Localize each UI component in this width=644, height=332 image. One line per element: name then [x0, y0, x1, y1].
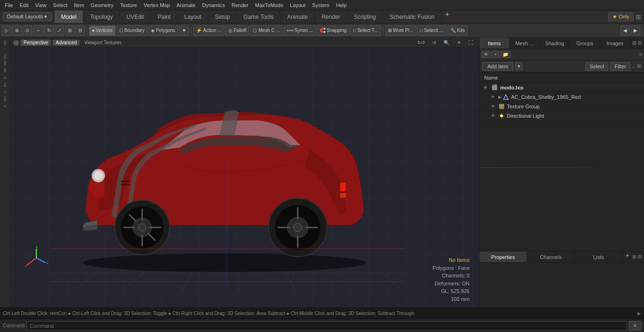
kits-btn[interactable]: 🔧 Kits — [447, 25, 468, 36]
menu-texture[interactable]: Texture — [117, 1, 140, 9]
eye-icon-texture[interactable]: 👁 — [489, 103, 496, 110]
tool-transform-btn[interactable]: ⊞ — [65, 25, 74, 36]
sidebar-de[interactable]: De: — [1, 39, 9, 45]
rb-tab-properties[interactable]: Properties — [479, 251, 527, 262]
items-eye-btn[interactable]: 👁 — [481, 51, 491, 58]
layout-tab-layout[interactable]: Layout — [178, 10, 208, 23]
left-arrow-btn[interactable]: ◀ — [620, 25, 630, 36]
menu-system[interactable]: System — [309, 1, 332, 9]
items-add-btn[interactable]: + — [492, 51, 499, 58]
layout-tab-schematic[interactable]: Schematic Fusion — [383, 10, 441, 23]
status-expand-btn[interactable]: ▶ — [637, 311, 641, 316]
scene-item-light[interactable]: 👁 Directional Light — [479, 111, 644, 121]
tool-mirror-btn[interactable]: ⊟ — [75, 25, 85, 36]
default-layouts-dropdown[interactable]: Default Layouts ▾ — [3, 12, 52, 21]
polygons-btn[interactable]: ◈ Polygons — [148, 25, 178, 36]
layout-tab-render[interactable]: Render — [315, 10, 347, 23]
viewport-mode-dot[interactable] — [13, 40, 19, 46]
menu-file[interactable]: File — [2, 1, 16, 9]
tool-rotate-btn[interactable]: ↻ — [44, 25, 54, 36]
tab-groups[interactable]: Groups — [570, 38, 600, 49]
vp-ctrl-light[interactable]: ☀ — [454, 40, 464, 46]
tab-images[interactable]: Images — [600, 38, 630, 49]
tool-move-btn[interactable]: ↔ — [33, 25, 43, 36]
right-arrow-btn[interactable]: ▶ — [631, 25, 640, 36]
viewport-canvas[interactable]: X Y Z No Items Polygons : Face Channels:… — [10, 48, 479, 308]
command-input[interactable] — [26, 321, 627, 331]
menu-view[interactable]: View — [33, 1, 50, 9]
expand-triangle-cobra[interactable]: ▶ — [498, 95, 502, 99]
menu-render[interactable]: Render — [229, 1, 251, 9]
boundary-btn[interactable]: ⬡ Boundary — [116, 25, 148, 36]
tool-select-btn[interactable]: ▷ — [2, 25, 11, 36]
scene-item-texture[interactable]: 👁 Texture Group — [479, 102, 644, 111]
rb-tab-lists[interactable]: Lists — [575, 251, 623, 262]
mesh-btn[interactable]: ⬡ Mesh C ... — [250, 25, 282, 36]
items-folder-btn[interactable]: 📁 — [500, 51, 511, 58]
selecti-btn[interactable]: □ Selecti ... — [417, 25, 446, 36]
menu-item[interactable]: Item — [71, 1, 87, 9]
layout-tab-animate[interactable]: Animate — [281, 10, 315, 23]
sidebar-mesh[interactable]: Me: — [1, 60, 9, 66]
tab-items[interactable]: Items — [479, 38, 510, 49]
rb-gear-icon[interactable]: ⚙ — [637, 254, 642, 260]
viewport-textures-btn[interactable]: Viewport Textures — [82, 40, 124, 46]
snapping-btn[interactable]: 🧲 Snapping — [317, 25, 349, 36]
expand-icon[interactable]: ⊞ — [632, 40, 636, 46]
layout-tab-paint[interactable]: Paint — [151, 10, 178, 23]
advanced-btn[interactable]: Advanced — [53, 40, 79, 46]
menu-animate[interactable]: Animate — [173, 1, 198, 9]
vp-ctrl-fullscreen[interactable]: ⛶ — [466, 40, 476, 46]
layout-tab-topology[interactable]: Topology — [83, 10, 120, 23]
vp-ctrl-reset[interactable]: ↺ — [429, 40, 439, 46]
layout-tab-setup[interactable]: Setup — [208, 10, 237, 23]
rb-plus-btn[interactable]: + — [623, 251, 632, 262]
sidebar-c[interactable]: C: — [1, 88, 9, 95]
layout-tab-model[interactable]: Model — [55, 10, 84, 23]
vertices-btn[interactable]: ● Vertices — [89, 25, 116, 36]
scene-item-root[interactable]: 👁 modo.lxo — [479, 83, 644, 92]
tool-center-btn[interactable]: ⊙ — [23, 25, 32, 36]
sidebar-i[interactable]: I — [1, 46, 9, 52]
menu-geometry[interactable]: Geometry — [88, 1, 116, 9]
menu-help[interactable]: Help — [333, 1, 350, 9]
eye-icon-root[interactable]: 👁 — [481, 84, 489, 91]
tab-mesh[interactable]: Mesh ... — [510, 38, 540, 49]
sidebar-e[interactable]: E: — [1, 74, 9, 81]
rb-expand-icon[interactable]: ⊞ — [632, 254, 636, 260]
select-button[interactable]: Select — [586, 62, 609, 71]
sidebar-poly[interactable]: Po: — [1, 81, 9, 88]
menu-select[interactable]: Select — [50, 1, 70, 9]
tab-shading[interactable]: Shading — [540, 38, 570, 49]
work-pl-btn[interactable]: ⊠ Work Pl... — [385, 25, 416, 36]
filter-button[interactable]: Filter — [610, 62, 630, 71]
gear-icon[interactable]: ⚙ — [637, 40, 642, 46]
scene-item-cobra[interactable]: 👁 ▶ AC_Cobra_Shelby_1965_Red — [479, 92, 644, 102]
tool-scale-btn[interactable]: ⤢ — [55, 25, 64, 36]
eye-icon-light[interactable]: 👁 — [489, 112, 496, 120]
tool-grid-btn[interactable]: ⊕ — [12, 25, 22, 36]
menu-maxtomodo[interactable]: MaxToModo — [252, 1, 286, 9]
sidebar-f[interactable]: F: — [1, 102, 9, 109]
menu-vertexmap[interactable]: Vertex Map — [141, 1, 173, 9]
vp-ctrl-rotate[interactable]: ↻↺ — [414, 40, 428, 46]
maximize-button[interactable]: ⊞ — [636, 13, 641, 21]
perspective-btn[interactable]: Perspective — [21, 40, 51, 46]
star-only-button[interactable]: ★ Only — [608, 12, 634, 21]
falloff-btn[interactable]: ◎ Falloff — [225, 25, 249, 36]
menu-dynamics[interactable]: Dynamics — [199, 1, 228, 9]
items-minus-btn[interactable]: – — [632, 64, 635, 69]
items-expand-btn[interactable]: ⊞ — [637, 63, 641, 69]
add-layout-button[interactable]: + — [442, 10, 453, 23]
sidebar-uv[interactable]: UV: — [1, 95, 9, 102]
mode-dropdown[interactable]: ▼ — [179, 25, 190, 36]
rb-tab-channels[interactable]: Channels — [527, 251, 575, 262]
add-item-dropdown-button[interactable]: ▾ — [515, 62, 522, 70]
layout-tab-gametools[interactable]: Game Tools — [237, 10, 281, 23]
add-item-button[interactable]: Add Item — [482, 62, 513, 71]
symm-btn[interactable]: ⟺ Symm ... — [284, 25, 316, 36]
eye-icon-cobra[interactable]: 👁 — [489, 93, 496, 101]
vp-ctrl-zoom[interactable]: 🔍 — [441, 40, 452, 46]
menu-edit[interactable]: Edit — [17, 1, 32, 9]
menu-layout[interactable]: Layout — [287, 1, 308, 9]
